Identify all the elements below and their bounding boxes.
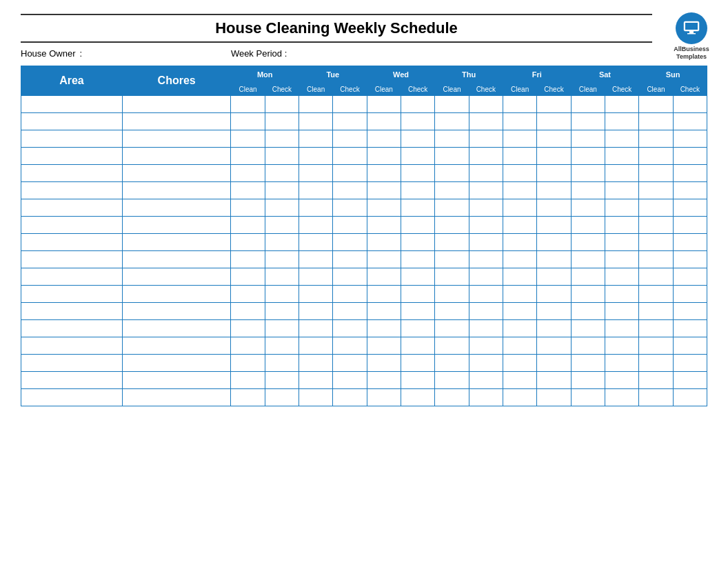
sat-check-cell <box>605 96 638 113</box>
sat-clean-cell <box>571 372 605 389</box>
tue-check-cell <box>333 303 367 320</box>
wed-check-cell <box>401 113 435 130</box>
area-cell <box>21 389 123 406</box>
thu-clean-cell <box>435 96 469 113</box>
week-period-label: Week Period : <box>231 48 287 59</box>
wed-check-cell <box>401 234 435 251</box>
fri-clean-cell <box>503 199 536 217</box>
tue-check-cell <box>333 372 367 389</box>
chores-cell <box>122 148 230 165</box>
tue-check-cell <box>333 251 367 268</box>
table-row <box>21 148 707 165</box>
thu-clean-cell <box>435 199 469 217</box>
area-cell <box>21 320 123 337</box>
chores-cell <box>122 389 230 406</box>
sat-clean-cell <box>571 113 605 130</box>
fri-clean-cell <box>503 148 536 165</box>
sun-clean-cell <box>639 320 673 337</box>
table-row <box>21 96 707 113</box>
wed-clean-cell <box>367 199 401 217</box>
wed-check-cell <box>401 96 435 113</box>
table-row <box>21 320 707 337</box>
sat-check-cell <box>605 251 638 268</box>
area-cell <box>21 355 123 372</box>
fri-clean-cell <box>503 320 536 337</box>
wed-clean-cell <box>367 303 401 320</box>
thu-check-cell <box>469 389 503 406</box>
tue-clean-cell <box>299 355 333 372</box>
area-cell <box>21 199 123 217</box>
thu-check-cell <box>469 199 503 217</box>
sat-clean-header: Clean <box>571 83 605 96</box>
table-row <box>21 130 707 148</box>
col-mon-header: Mon <box>231 66 299 83</box>
col-tue-header: Tue <box>299 66 367 83</box>
mon-check-cell <box>265 217 299 234</box>
week-period-field: Week Period : <box>231 48 291 59</box>
mon-clean-cell <box>231 148 265 165</box>
thu-clean-cell <box>435 113 469 130</box>
sat-check-cell <box>605 182 638 199</box>
area-cell <box>21 217 123 234</box>
col-wed-header: Wed <box>367 66 435 83</box>
thu-clean-cell <box>435 148 469 165</box>
sat-clean-cell <box>571 303 605 320</box>
house-owner-field: House Owner : <box>21 48 203 59</box>
logo-text: AllBusinessTemplates <box>667 46 716 61</box>
tue-clean-cell <box>299 217 333 234</box>
mon-check-cell <box>265 303 299 320</box>
svg-rect-3 <box>687 33 696 34</box>
sun-check-cell <box>673 199 707 217</box>
tue-check-cell <box>333 96 367 113</box>
sat-check-cell <box>605 372 638 389</box>
table-row <box>21 251 707 268</box>
sat-clean-cell <box>571 148 605 165</box>
sun-check-cell <box>673 268 707 286</box>
mon-clean-cell <box>231 320 265 337</box>
area-cell <box>21 96 123 113</box>
chores-cell <box>122 165 230 182</box>
tue-clean-cell <box>299 165 333 182</box>
sun-check-cell <box>673 182 707 199</box>
chores-cell <box>122 303 230 320</box>
sat-check-cell <box>605 199 638 217</box>
thu-clean-cell <box>435 389 469 406</box>
area-cell <box>21 372 123 389</box>
wed-clean-cell <box>367 148 401 165</box>
tue-check-cell <box>333 165 367 182</box>
sun-clean-cell <box>639 337 673 355</box>
chores-cell <box>122 199 230 217</box>
thu-clean-cell <box>435 372 469 389</box>
fri-check-cell <box>537 320 571 337</box>
col-fri-header: Fri <box>503 66 571 83</box>
fri-clean-cell <box>503 303 536 320</box>
tue-clean-cell <box>299 286 333 303</box>
chores-cell <box>122 96 230 113</box>
fri-clean-cell <box>503 165 536 182</box>
tue-check-cell <box>333 355 367 372</box>
tue-check-cell <box>333 268 367 286</box>
table-row <box>21 337 707 355</box>
sun-clean-cell <box>639 182 673 199</box>
mon-clean-cell <box>231 355 265 372</box>
table-row <box>21 355 707 372</box>
house-owner-value <box>86 48 203 59</box>
mon-check-cell <box>265 355 299 372</box>
area-cell <box>21 251 123 268</box>
fri-check-cell <box>537 234 571 251</box>
table-row <box>21 372 707 389</box>
mon-clean-cell <box>231 268 265 286</box>
thu-check-cell <box>469 337 503 355</box>
tue-check-cell <box>333 217 367 234</box>
mon-clean-cell <box>231 130 265 148</box>
thu-clean-cell <box>435 165 469 182</box>
thu-clean-cell <box>435 251 469 268</box>
wed-clean-header: Clean <box>367 83 401 96</box>
thu-clean-cell <box>435 268 469 286</box>
wed-check-cell <box>401 286 435 303</box>
area-cell <box>21 234 123 251</box>
thu-clean-cell <box>435 320 469 337</box>
thu-clean-cell <box>435 286 469 303</box>
tue-check-cell <box>333 148 367 165</box>
area-cell <box>21 113 123 130</box>
